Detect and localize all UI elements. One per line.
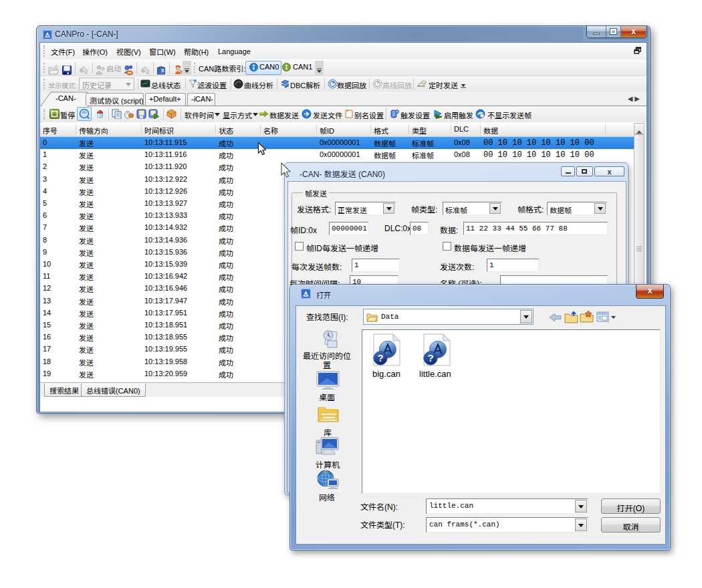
- svg-text:?: ?: [377, 352, 383, 363]
- svg-text:?: ?: [427, 352, 433, 363]
